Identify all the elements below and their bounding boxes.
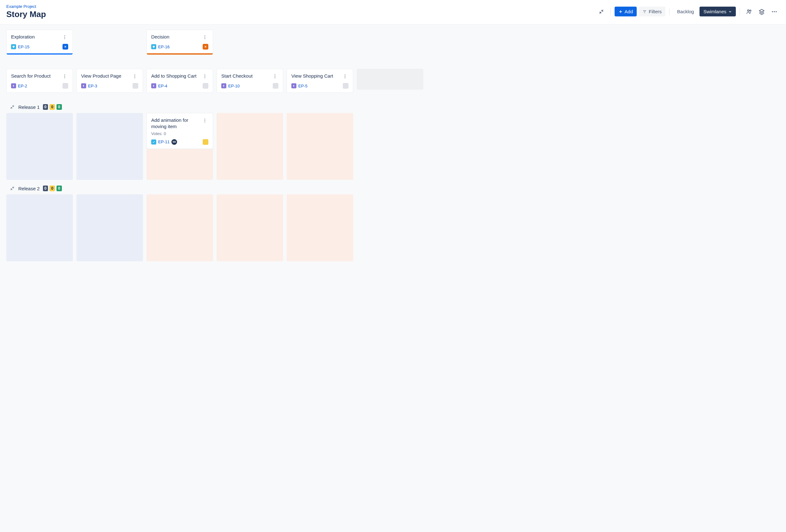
svg-point-10 — [205, 38, 205, 39]
lane-cell[interactable] — [286, 113, 353, 180]
kebab-icon[interactable] — [201, 34, 208, 41]
kebab-icon[interactable] — [342, 73, 348, 80]
bolt-icon — [151, 83, 156, 88]
project-link[interactable]: Example Project — [6, 4, 36, 9]
svg-point-1 — [750, 10, 751, 11]
svg-point-6 — [64, 37, 65, 38]
layers-icon[interactable] — [756, 6, 767, 17]
steps-row: Search for Product EP-2 View Product Pag… — [6, 69, 786, 93]
lane-cell[interactable] — [76, 113, 143, 180]
step-card[interactable]: View Product Page EP-3 — [76, 69, 143, 93]
close-chip-icon[interactable] — [63, 44, 68, 50]
close-chip-icon[interactable] — [203, 44, 208, 50]
swimlanes-button-label: Swimlanes — [703, 9, 726, 14]
lane-cell[interactable] — [216, 194, 283, 261]
step-card[interactable]: Add to Shopping Cart EP-4 — [146, 69, 213, 93]
page-title: Story Map — [6, 9, 46, 19]
bolt-icon — [81, 83, 86, 88]
people-icon[interactable] — [744, 6, 755, 17]
svg-point-24 — [345, 76, 345, 77]
issue-key[interactable]: EP-2 — [18, 83, 27, 88]
svg-point-19 — [205, 77, 205, 78]
issue-key[interactable]: EP-16 — [158, 45, 169, 49]
board: Exploration EP-15 — [0, 25, 786, 532]
add-button[interactable]: Add — [615, 7, 637, 17]
lane-badges: 0 0 0 — [43, 104, 62, 110]
backlog-button[interactable]: Backlog — [673, 7, 698, 17]
goal-card[interactable]: Decision EP-16 — [146, 30, 213, 54]
collapse-icon[interactable] — [9, 104, 15, 110]
status-chip — [203, 139, 208, 145]
issue-key[interactable]: EP-3 — [88, 83, 97, 88]
kebab-icon[interactable] — [61, 34, 68, 41]
lane-cell[interactable] — [6, 113, 73, 180]
badge: 0 — [50, 104, 55, 110]
step-card[interactable]: Start Checkout EP-10 — [216, 69, 283, 93]
lane-cells: Add animation for moving item Votes: 0 E… — [6, 113, 786, 180]
lane-cell[interactable] — [286, 194, 353, 261]
divider — [610, 8, 611, 15]
filters-button-label: Filters — [649, 9, 662, 14]
lane-cell[interactable] — [216, 113, 283, 180]
kebab-icon[interactable] — [61, 73, 68, 80]
collapse-icon[interactable] — [9, 186, 15, 191]
issue-key[interactable]: EP-11 — [158, 140, 169, 144]
lane-cells — [6, 194, 786, 261]
swimlanes-button[interactable]: Swimlanes — [699, 7, 736, 17]
step-title: Start Checkout — [221, 73, 253, 79]
story-title: Add animation for moving item — [151, 117, 201, 130]
bolt-icon — [221, 83, 226, 88]
svg-point-16 — [135, 77, 135, 78]
lane-cell[interactable]: Add animation for moving item Votes: 0 E… — [146, 113, 213, 180]
lane-title: Release 1 — [18, 104, 40, 110]
kebab-icon[interactable] — [272, 73, 278, 80]
step-title: Add to Shopping Cart — [151, 73, 196, 79]
svg-point-27 — [205, 120, 205, 121]
collapse-icon[interactable] — [596, 6, 607, 17]
step-placeholder[interactable] — [357, 69, 423, 90]
status-chip — [203, 83, 208, 89]
svg-point-2 — [772, 11, 773, 12]
more-icon[interactable] — [769, 6, 780, 17]
svg-point-23 — [345, 74, 345, 75]
svg-point-9 — [205, 37, 205, 38]
goal-title: Exploration — [11, 34, 35, 40]
svg-point-8 — [205, 35, 205, 36]
badge: 0 — [56, 104, 62, 110]
issue-key[interactable]: EP-15 — [18, 45, 29, 49]
issue-key[interactable]: EP-5 — [298, 83, 307, 88]
add-button-label: Add — [625, 9, 633, 14]
svg-point-17 — [205, 74, 205, 75]
svg-point-25 — [345, 77, 345, 78]
step-title: View Product Page — [81, 73, 121, 79]
badge: 0 — [56, 186, 62, 191]
app-header: Example Project Story Map Add Filters Ba… — [0, 0, 786, 25]
kebab-icon[interactable] — [201, 117, 208, 124]
step-card[interactable]: Search for Product EP-2 — [6, 69, 73, 93]
svg-point-0 — [747, 10, 749, 11]
story-card[interactable]: Add animation for moving item Votes: 0 E… — [146, 113, 213, 149]
lane-cell[interactable] — [6, 194, 73, 261]
lane-header: Release 2 0 0 0 — [6, 180, 786, 194]
step-card[interactable]: View Shopping Cart EP-5 — [286, 69, 353, 93]
votes-text: Votes: 0 — [151, 131, 208, 136]
issue-key[interactable]: EP-10 — [228, 83, 239, 88]
kebab-icon[interactable] — [201, 73, 208, 80]
svg-point-11 — [64, 74, 65, 75]
lane-cell[interactable] — [76, 194, 143, 261]
svg-point-3 — [774, 11, 775, 12]
kebab-icon[interactable] — [131, 73, 138, 80]
step-title: View Shopping Cart — [291, 73, 333, 79]
step-title: Search for Product — [11, 73, 50, 79]
issue-key[interactable]: EP-4 — [158, 83, 167, 88]
svg-point-14 — [135, 74, 135, 75]
svg-point-18 — [205, 76, 205, 77]
check-icon — [151, 140, 156, 145]
lane-cell[interactable] — [146, 194, 213, 261]
svg-point-21 — [275, 76, 275, 77]
filters-button[interactable]: Filters — [639, 7, 665, 17]
heart-icon — [11, 44, 16, 49]
goal-card[interactable]: Exploration EP-15 — [6, 30, 73, 54]
avatar[interactable]: SE — [171, 139, 177, 145]
status-chip — [63, 83, 68, 89]
